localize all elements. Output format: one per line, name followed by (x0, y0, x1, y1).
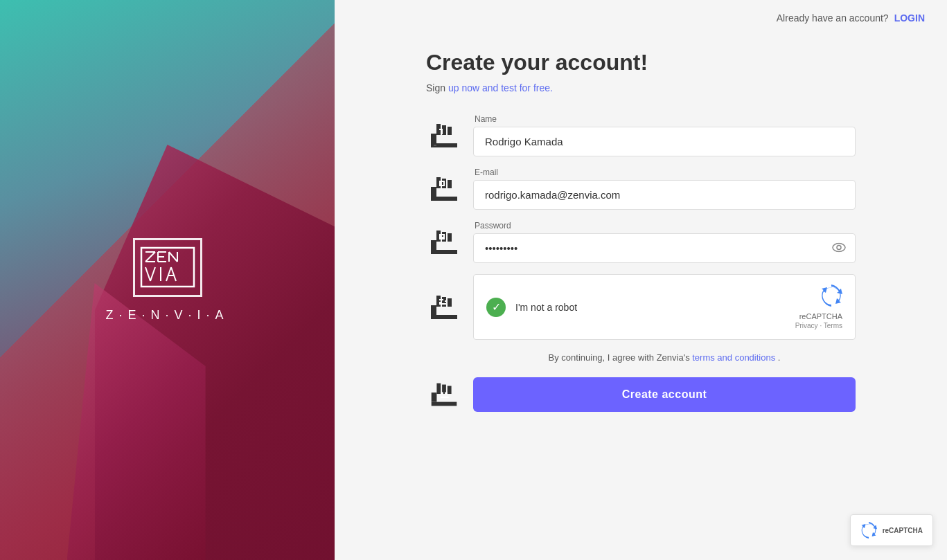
svg-rect-58 (448, 386, 452, 394)
email-row: E-mail (426, 168, 856, 210)
svg-rect-24 (439, 129, 441, 130)
svg-rect-0 (141, 248, 194, 287)
password-row: Password (426, 221, 856, 263)
terms-text: By continuing, I agree with Zenvia's ter… (426, 352, 856, 363)
subtitle: Sign up now and test for free. (426, 82, 553, 93)
svg-rect-19 (448, 127, 452, 135)
svg-line-15 (171, 267, 176, 281)
svg-rect-46 (436, 296, 441, 307)
logo-row-1 (140, 246, 195, 288)
svg-rect-30 (439, 181, 445, 182)
svg-rect-33 (439, 182, 441, 185)
name-label: Name (473, 114, 856, 124)
svg-rect-42 (439, 235, 441, 237)
svg-rect-52 (442, 299, 443, 300)
svg-rect-51 (439, 299, 441, 300)
step4-hand-svg (427, 290, 461, 325)
captcha-checkmark: ✓ (486, 298, 506, 317)
recaptcha-links: Privacy · Terms (795, 322, 842, 329)
svg-line-2 (145, 252, 155, 262)
recaptcha-logo: reCAPTCHA (799, 312, 842, 320)
captcha-label: I'm not a robot (515, 302, 577, 313)
captcha-box[interactable]: ✓ I'm not a robot reCAPTCHA Privacy · Te… (473, 274, 856, 340)
terms-link[interactable]: terms and conditions (692, 352, 775, 363)
step2-hand-svg (427, 172, 461, 206)
password-wrapper (473, 233, 856, 263)
svg-rect-50 (431, 315, 457, 319)
step5-hand-svg (426, 376, 462, 413)
email-field-group: E-mail (473, 168, 856, 210)
brand-name: Z·E·N·V·I·A (105, 308, 229, 323)
create-account-button[interactable]: Create account (473, 377, 856, 412)
step1-hand-svg (427, 118, 461, 153)
step-4-icon (426, 289, 462, 325)
svg-line-11 (145, 267, 150, 281)
logo-svg (140, 246, 195, 288)
password-input[interactable] (473, 233, 856, 263)
name-field-group: Name (473, 114, 856, 156)
svg-point-44 (833, 243, 845, 251)
top-bar: Already have an account? LOGIN (335, 0, 947, 36)
svg-rect-27 (448, 180, 452, 188)
svg-rect-23 (441, 129, 443, 134)
email-input[interactable] (473, 180, 856, 210)
svg-point-62 (445, 392, 448, 395)
subtitle-highlight: up now and test for free. (448, 82, 553, 93)
svg-rect-55 (439, 302, 441, 303)
bottom-recaptcha-icon (860, 522, 877, 539)
email-label: E-mail (473, 168, 856, 177)
recaptcha-icon (820, 284, 842, 311)
svg-rect-41 (439, 238, 445, 240)
step-5-icon (426, 377, 462, 413)
eye-icon[interactable] (832, 241, 846, 255)
svg-rect-22 (434, 145, 436, 146)
form-container: Create your account! Sign up now and tes… (398, 36, 883, 560)
name-row: Name (426, 114, 856, 156)
svg-point-61 (441, 392, 443, 395)
already-text: Already have an account? (777, 12, 889, 24)
svg-rect-49 (431, 305, 436, 315)
svg-rect-38 (431, 250, 457, 254)
svg-rect-53 (445, 300, 446, 302)
svg-rect-36 (448, 233, 452, 242)
bottom-recaptcha-text: reCAPTCHA (883, 527, 923, 534)
svg-line-14 (166, 267, 171, 281)
svg-rect-28 (431, 187, 436, 197)
password-field-group: Password (473, 221, 856, 263)
svg-rect-63 (441, 397, 449, 398)
left-panel: Z·E·N·V·I·A (0, 0, 335, 560)
svg-rect-20 (431, 134, 436, 143)
svg-rect-39 (439, 234, 445, 235)
svg-rect-48 (448, 298, 452, 307)
captcha-left: ✓ I'm not a robot (486, 298, 577, 317)
step-1-icon (426, 118, 462, 154)
svg-rect-31 (439, 185, 445, 186)
svg-rect-56 (436, 383, 441, 394)
logo-area: Z·E·N·V·I·A (105, 238, 229, 323)
password-label: Password (473, 221, 856, 231)
svg-rect-60 (432, 402, 457, 406)
create-btn-row: Create account (426, 377, 856, 413)
logo-box (133, 238, 202, 297)
svg-line-9 (169, 252, 177, 262)
svg-line-12 (150, 267, 155, 281)
captcha-row: ✓ I'm not a robot reCAPTCHA Privacy · Te… (426, 274, 856, 340)
svg-point-45 (837, 245, 841, 249)
login-link[interactable]: LOGIN (894, 12, 925, 24)
svg-rect-32 (443, 182, 445, 185)
page-title: Create your account! (426, 50, 648, 75)
captcha-right: reCAPTCHA Privacy · Terms (795, 284, 842, 329)
svg-rect-40 (443, 235, 445, 238)
svg-rect-29 (431, 197, 457, 201)
svg-rect-37 (431, 240, 436, 250)
svg-rect-43 (439, 237, 443, 238)
right-panel: Already have an account? LOGIN Create yo… (335, 0, 947, 560)
bottom-captcha-badge: reCAPTCHA (850, 514, 933, 546)
svg-rect-59 (432, 392, 437, 401)
step3-hand-svg (427, 225, 461, 260)
name-input[interactable] (473, 127, 856, 156)
svg-rect-54 (439, 303, 446, 305)
step-3-icon (426, 224, 462, 260)
step-2-icon (426, 171, 462, 207)
